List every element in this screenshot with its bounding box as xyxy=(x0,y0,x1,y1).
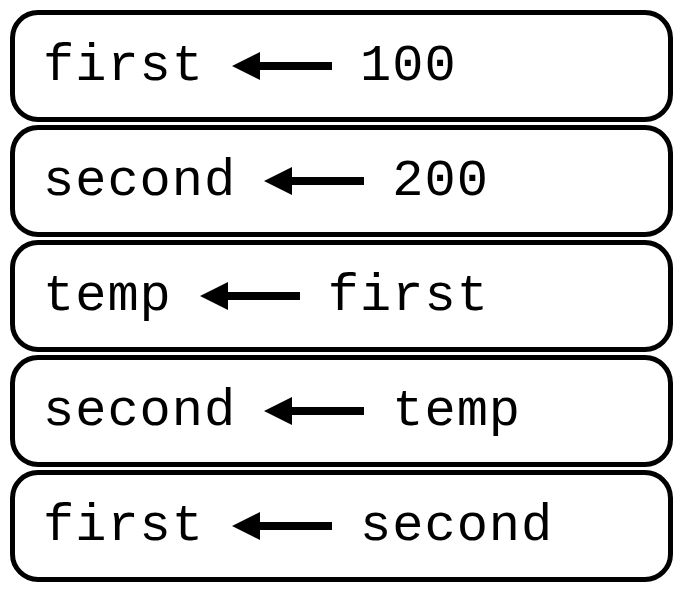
assignment-target: temp xyxy=(43,267,172,326)
assign-arrow-icon xyxy=(232,510,332,542)
assignment-block-3: temp first xyxy=(10,240,673,352)
assignment-block-5: first second xyxy=(10,470,673,582)
assignment-target: first xyxy=(43,37,204,96)
assign-arrow-icon xyxy=(264,395,364,427)
assignment-source: 200 xyxy=(392,152,489,211)
assign-arrow-icon xyxy=(232,50,332,82)
assign-arrow-icon xyxy=(264,165,364,197)
assignment-target: second xyxy=(43,152,236,211)
svg-marker-3 xyxy=(264,397,364,425)
assignment-source: second xyxy=(360,497,553,556)
assignment-block-1: first 100 xyxy=(10,10,673,122)
assignment-source: first xyxy=(328,267,489,326)
assignment-source: temp xyxy=(392,382,521,441)
assignment-block-2: second 200 xyxy=(10,125,673,237)
assignment-block-4: second temp xyxy=(10,355,673,467)
svg-marker-4 xyxy=(232,512,332,540)
svg-marker-1 xyxy=(264,167,364,195)
svg-marker-2 xyxy=(200,282,300,310)
assignment-target: first xyxy=(43,497,204,556)
assignment-target: second xyxy=(43,382,236,441)
svg-marker-0 xyxy=(232,52,332,80)
assign-arrow-icon xyxy=(200,280,300,312)
assignment-source: 100 xyxy=(360,37,457,96)
